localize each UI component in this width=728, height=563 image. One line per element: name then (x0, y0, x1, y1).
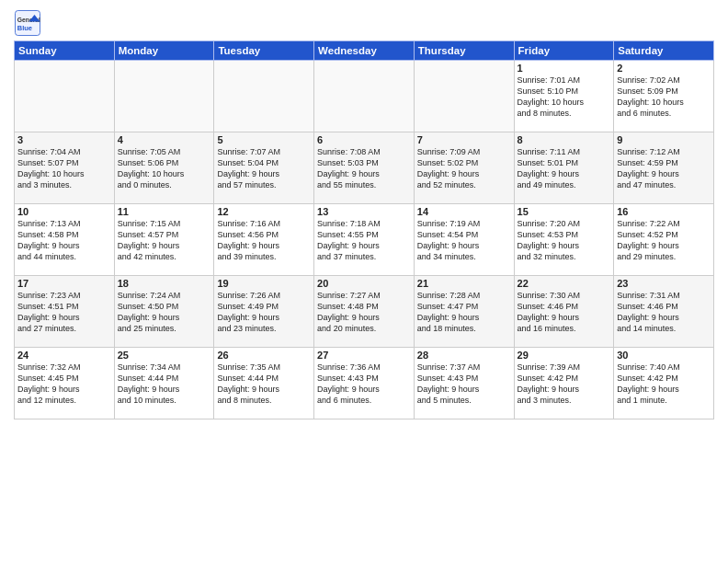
day-number: 5 (217, 134, 311, 145)
day-cell: 3Sunrise: 7:04 AM Sunset: 5:07 PM Daylig… (15, 132, 115, 204)
day-number: 6 (317, 134, 411, 145)
day-info: Sunrise: 7:22 AM Sunset: 4:52 PM Dayligh… (617, 218, 711, 263)
day-number: 4 (118, 134, 211, 145)
day-cell: 23Sunrise: 7:31 AM Sunset: 4:46 PM Dayli… (614, 276, 714, 348)
day-info: Sunrise: 7:37 AM Sunset: 4:43 PM Dayligh… (417, 362, 511, 407)
day-info: Sunrise: 7:32 AM Sunset: 4:45 PM Dayligh… (17, 362, 111, 407)
day-cell: 29Sunrise: 7:39 AM Sunset: 4:42 PM Dayli… (514, 348, 614, 419)
day-number: 10 (17, 206, 111, 217)
day-info: Sunrise: 7:34 AM Sunset: 4:44 PM Dayligh… (118, 362, 211, 407)
day-info: Sunrise: 7:31 AM Sunset: 4:46 PM Dayligh… (617, 290, 711, 335)
day-number: 8 (518, 134, 611, 145)
weekday-header-tuesday: Tuesday (214, 41, 314, 61)
week-row-5: 24Sunrise: 7:32 AM Sunset: 4:45 PM Dayli… (15, 348, 714, 419)
day-info: Sunrise: 7:28 AM Sunset: 4:47 PM Dayligh… (417, 290, 511, 335)
day-cell: 14Sunrise: 7:19 AM Sunset: 4:54 PM Dayli… (414, 204, 514, 276)
day-cell: 30Sunrise: 7:40 AM Sunset: 4:42 PM Dayli… (614, 348, 714, 419)
day-info: Sunrise: 7:39 AM Sunset: 4:42 PM Dayligh… (518, 362, 611, 407)
day-number: 24 (17, 350, 111, 361)
day-info: Sunrise: 7:11 AM Sunset: 5:01 PM Dayligh… (518, 146, 611, 191)
weekday-header-thursday: Thursday (414, 41, 514, 61)
logo: General Blue (14, 9, 45, 37)
day-info: Sunrise: 7:20 AM Sunset: 4:53 PM Dayligh… (518, 218, 611, 263)
day-number: 20 (317, 278, 411, 289)
day-info: Sunrise: 7:30 AM Sunset: 4:46 PM Dayligh… (518, 290, 611, 335)
header: General Blue (14, 9, 714, 37)
day-number: 29 (518, 350, 611, 361)
day-number: 11 (118, 206, 211, 217)
day-cell: 27Sunrise: 7:36 AM Sunset: 4:43 PM Dayli… (314, 348, 415, 419)
day-cell: 4Sunrise: 7:05 AM Sunset: 5:06 PM Daylig… (114, 132, 214, 204)
day-info: Sunrise: 7:18 AM Sunset: 4:55 PM Dayligh… (317, 218, 411, 263)
day-number: 21 (417, 278, 511, 289)
week-row-4: 17Sunrise: 7:23 AM Sunset: 4:51 PM Dayli… (15, 276, 714, 348)
day-cell (214, 61, 314, 132)
day-info: Sunrise: 7:12 AM Sunset: 4:59 PM Dayligh… (617, 146, 711, 191)
day-number: 3 (17, 134, 111, 145)
week-row-1: 1Sunrise: 7:01 AM Sunset: 5:10 PM Daylig… (15, 61, 714, 132)
day-cell (15, 61, 115, 132)
day-cell: 22Sunrise: 7:30 AM Sunset: 4:46 PM Dayli… (514, 276, 614, 348)
day-cell: 1Sunrise: 7:01 AM Sunset: 5:10 PM Daylig… (514, 61, 614, 132)
week-row-3: 10Sunrise: 7:13 AM Sunset: 4:58 PM Dayli… (15, 204, 714, 276)
weekday-header-sunday: Sunday (15, 41, 115, 61)
day-cell (414, 61, 514, 132)
day-info: Sunrise: 7:24 AM Sunset: 4:50 PM Dayligh… (118, 290, 211, 335)
day-number: 18 (118, 278, 211, 289)
day-info: Sunrise: 7:36 AM Sunset: 4:43 PM Dayligh… (317, 362, 411, 407)
weekday-header-monday: Monday (114, 41, 214, 61)
day-cell: 16Sunrise: 7:22 AM Sunset: 4:52 PM Dayli… (614, 204, 714, 276)
day-number: 25 (118, 350, 211, 361)
day-number: 1 (518, 63, 611, 74)
day-info: Sunrise: 7:19 AM Sunset: 4:54 PM Dayligh… (417, 218, 511, 263)
calendar-table: SundayMondayTuesdayWednesdayThursdayFrid… (14, 40, 714, 419)
day-cell: 19Sunrise: 7:26 AM Sunset: 4:49 PM Dayli… (214, 276, 314, 348)
day-number: 30 (617, 350, 711, 361)
day-info: Sunrise: 7:26 AM Sunset: 4:49 PM Dayligh… (217, 290, 311, 335)
day-info: Sunrise: 7:09 AM Sunset: 5:02 PM Dayligh… (417, 146, 511, 191)
day-info: Sunrise: 7:15 AM Sunset: 4:57 PM Dayligh… (118, 218, 211, 263)
day-number: 17 (17, 278, 111, 289)
day-cell (114, 61, 214, 132)
day-cell (314, 61, 415, 132)
day-number: 7 (417, 134, 511, 145)
day-cell: 6Sunrise: 7:08 AM Sunset: 5:03 PM Daylig… (314, 132, 415, 204)
day-number: 27 (317, 350, 411, 361)
day-number: 22 (518, 278, 611, 289)
logo-icon: General Blue (14, 9, 41, 37)
day-info: Sunrise: 7:04 AM Sunset: 5:07 PM Dayligh… (17, 146, 111, 191)
day-cell: 5Sunrise: 7:07 AM Sunset: 5:04 PM Daylig… (214, 132, 314, 204)
day-number: 23 (617, 278, 711, 289)
day-number: 13 (317, 206, 411, 217)
day-cell: 12Sunrise: 7:16 AM Sunset: 4:56 PM Dayli… (214, 204, 314, 276)
day-number: 12 (217, 206, 311, 217)
day-number: 2 (617, 63, 711, 74)
day-info: Sunrise: 7:35 AM Sunset: 4:44 PM Dayligh… (217, 362, 311, 407)
day-cell: 18Sunrise: 7:24 AM Sunset: 4:50 PM Dayli… (114, 276, 214, 348)
day-cell: 7Sunrise: 7:09 AM Sunset: 5:02 PM Daylig… (414, 132, 514, 204)
day-info: Sunrise: 7:01 AM Sunset: 5:10 PM Dayligh… (518, 75, 611, 120)
day-number: 19 (217, 278, 311, 289)
day-number: 9 (617, 134, 711, 145)
weekday-header-saturday: Saturday (614, 41, 714, 61)
day-cell: 21Sunrise: 7:28 AM Sunset: 4:47 PM Dayli… (414, 276, 514, 348)
day-cell: 13Sunrise: 7:18 AM Sunset: 4:55 PM Dayli… (314, 204, 415, 276)
day-info: Sunrise: 7:16 AM Sunset: 4:56 PM Dayligh… (217, 218, 311, 263)
day-info: Sunrise: 7:08 AM Sunset: 5:03 PM Dayligh… (317, 146, 411, 191)
day-info: Sunrise: 7:07 AM Sunset: 5:04 PM Dayligh… (217, 146, 311, 191)
day-info: Sunrise: 7:27 AM Sunset: 4:48 PM Dayligh… (317, 290, 411, 335)
week-row-2: 3Sunrise: 7:04 AM Sunset: 5:07 PM Daylig… (15, 132, 714, 204)
day-info: Sunrise: 7:02 AM Sunset: 5:09 PM Dayligh… (617, 75, 711, 120)
day-cell: 15Sunrise: 7:20 AM Sunset: 4:53 PM Dayli… (514, 204, 614, 276)
day-info: Sunrise: 7:13 AM Sunset: 4:58 PM Dayligh… (17, 218, 111, 263)
day-info: Sunrise: 7:40 AM Sunset: 4:42 PM Dayligh… (617, 362, 711, 407)
day-number: 15 (518, 206, 611, 217)
weekday-header-row: SundayMondayTuesdayWednesdayThursdayFrid… (15, 41, 714, 61)
weekday-header-wednesday: Wednesday (314, 41, 415, 61)
day-number: 26 (217, 350, 311, 361)
day-cell: 11Sunrise: 7:15 AM Sunset: 4:57 PM Dayli… (114, 204, 214, 276)
day-cell: 28Sunrise: 7:37 AM Sunset: 4:43 PM Dayli… (414, 348, 514, 419)
day-cell: 9Sunrise: 7:12 AM Sunset: 4:59 PM Daylig… (614, 132, 714, 204)
day-cell: 2Sunrise: 7:02 AM Sunset: 5:09 PM Daylig… (614, 61, 714, 132)
day-info: Sunrise: 7:23 AM Sunset: 4:51 PM Dayligh… (17, 290, 111, 335)
